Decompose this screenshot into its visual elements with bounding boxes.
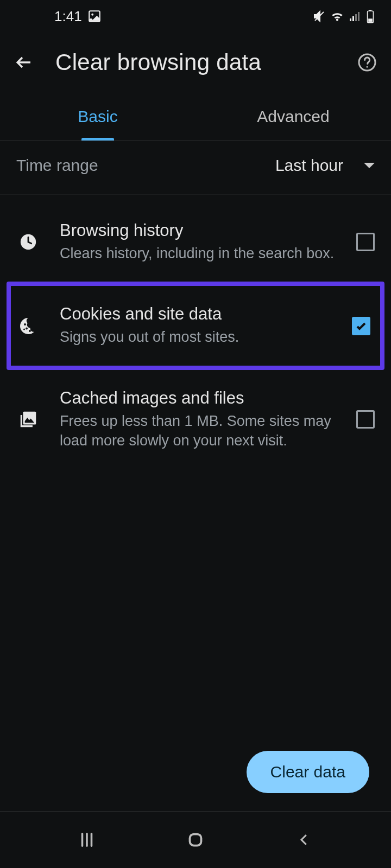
item-title: Cookies and site data (60, 304, 332, 324)
status-left: 1:41 (54, 8, 102, 25)
chevron-left-icon (296, 832, 312, 848)
svg-rect-7 (369, 10, 371, 11)
chevron-down-icon (364, 163, 375, 168)
back-button[interactable] (12, 50, 36, 74)
checkbox-cached-images[interactable] (356, 410, 375, 429)
images-icon (16, 409, 40, 430)
wifi-icon (330, 9, 344, 23)
svg-rect-5 (358, 12, 360, 21)
time-range-label: Time range (16, 156, 98, 175)
svg-point-13 (26, 327, 28, 329)
help-button[interactable] (355, 50, 379, 74)
nav-back-button[interactable] (291, 826, 318, 853)
home-icon (186, 830, 205, 850)
item-desc: Signs you out of most sites. (60, 327, 332, 347)
svg-rect-2 (350, 18, 351, 21)
svg-rect-4 (355, 14, 357, 21)
mute-icon (313, 10, 326, 23)
clock-icon (16, 233, 40, 251)
svg-point-12 (24, 323, 26, 326)
time-range-row: Time range Last hour (0, 141, 391, 195)
item-desc: Clears history, including in the search … (60, 244, 337, 263)
arrow-left-icon (14, 53, 34, 72)
item-title: Browsing history (60, 221, 337, 240)
item-text: Cookies and site data Signs you out of m… (60, 304, 332, 347)
svg-rect-8 (368, 18, 373, 22)
tab-basic[interactable]: Basic (0, 92, 195, 141)
footer: Clear data (247, 751, 369, 793)
checkbox-cookies[interactable] (352, 317, 370, 335)
item-desc: Frees up less than 1 MB. Some sites may … (60, 411, 337, 451)
time-range-value: Last hour (275, 156, 343, 175)
cookie-icon (16, 316, 40, 336)
item-text: Browsing history Clears history, includi… (60, 221, 337, 263)
check-icon (355, 320, 368, 333)
image-icon (87, 9, 102, 23)
help-icon (357, 53, 377, 72)
clear-data-button[interactable]: Clear data (247, 751, 369, 793)
status-time: 1:41 (54, 8, 82, 25)
item-title: Cached images and files (60, 388, 337, 408)
nav-home-button[interactable] (182, 826, 209, 853)
item-cookies[interactable]: Cookies and site data Signs you out of m… (7, 282, 384, 369)
svg-point-15 (23, 328, 25, 330)
svg-rect-3 (352, 16, 354, 21)
system-nav-bar (0, 812, 391, 868)
page-title: Clear browsing data (55, 49, 336, 75)
tab-advanced[interactable]: Advanced (195, 92, 391, 141)
status-bar: 1:41 (0, 0, 391, 33)
svg-point-14 (29, 330, 31, 332)
battery-icon (366, 9, 375, 23)
signal-icon (349, 10, 362, 23)
nav-recents-button[interactable] (73, 826, 100, 853)
time-range-select[interactable]: Last hour (275, 156, 375, 175)
recents-icon (78, 831, 96, 849)
svg-point-10 (367, 66, 368, 68)
item-cached-images[interactable]: Cached images and files Frees up less th… (0, 375, 391, 464)
app-header: Clear browsing data (0, 33, 391, 92)
status-right (313, 9, 375, 23)
item-browsing-history[interactable]: Browsing history Clears history, includi… (0, 208, 391, 276)
svg-point-1 (91, 14, 93, 16)
svg-rect-20 (190, 834, 201, 846)
data-type-list: Browsing history Clears history, includi… (0, 195, 391, 464)
item-text: Cached images and files Frees up less th… (60, 388, 337, 451)
checkbox-browsing-history[interactable] (356, 233, 375, 251)
tabs: Basic Advanced (0, 92, 391, 141)
